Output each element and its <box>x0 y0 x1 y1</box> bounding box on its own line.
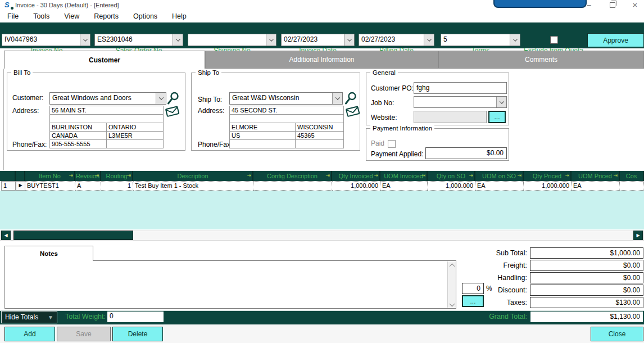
handling-field[interactable]: $0.00 <box>530 272 643 283</box>
discount-percent-field[interactable]: 0 <box>462 283 484 294</box>
chevron-down-icon[interactable] <box>173 34 183 46</box>
col-qty-priced[interactable]: Qty Priced⇥ <box>524 171 572 181</box>
minimize-icon[interactable]: – <box>583 0 595 10</box>
col-item-no[interactable]: Item No⇥ <box>25 171 75 181</box>
terms-combo[interactable]: 5 <box>441 34 520 46</box>
ship-postal-field[interactable]: 45365 <box>295 131 344 140</box>
pin-column-icon[interactable]: ⇥ <box>94 172 99 179</box>
shipping-no-combo[interactable] <box>188 34 276 46</box>
chevron-down-icon[interactable] <box>332 93 342 104</box>
cell-qty-on-so[interactable]: 1,000.000 <box>428 181 475 191</box>
invoice-date-combo[interactable]: 02/27/2023 <box>281 34 355 46</box>
total-weight-field[interactable]: 0 <box>107 312 164 322</box>
menu-help[interactable]: Help <box>165 12 194 20</box>
customer-po-field[interactable]: fghg <box>414 82 507 94</box>
pin-column-icon[interactable]: ⇥ <box>374 172 378 179</box>
add-button[interactable]: Add <box>4 327 55 341</box>
bill-address2-field[interactable] <box>49 114 164 123</box>
pin-column-icon[interactable]: ⇥ <box>469 172 473 179</box>
tab-customer[interactable]: Customer <box>4 51 205 69</box>
notes-textarea[interactable] <box>4 260 456 309</box>
freight-field[interactable]: $0.00 <box>530 260 643 271</box>
chevron-down-icon[interactable] <box>510 34 520 46</box>
close-icon[interactable]: × <box>629 0 641 10</box>
pin-column-icon[interactable]: ⇥ <box>565 172 569 179</box>
cell-description[interactable]: Test Buy Item 1 - Stock <box>133 181 253 191</box>
bill-country-field[interactable]: CANADA <box>49 131 107 140</box>
invoice-no-combo[interactable]: IV0447963 <box>2 34 90 46</box>
approve-button[interactable]: Approve <box>587 33 644 47</box>
cell-revision[interactable]: A <box>75 181 101 191</box>
chevron-down-icon[interactable] <box>496 97 506 107</box>
col-qty-on-so[interactable]: Qty on SO⇥ <box>428 171 475 181</box>
chevron-down-icon[interactable] <box>344 34 354 46</box>
tab-notes[interactable]: Notes <box>4 246 93 261</box>
ship-state-field[interactable]: WISCONSIN <box>295 123 344 132</box>
tab-comments[interactable]: Comments <box>438 51 644 69</box>
ship-address2-field[interactable] <box>229 114 344 123</box>
menu-options[interactable]: Options <box>126 12 165 20</box>
col-routing[interactable]: Routing⇥ <box>101 171 133 181</box>
ship-country-field[interactable]: US <box>229 131 296 140</box>
sales-order-no-combo[interactable]: ES2301046 <box>94 34 183 46</box>
close-button[interactable]: Close <box>591 327 643 341</box>
ship-city-field[interactable]: ELMORE <box>229 123 296 132</box>
pin-column-icon[interactable]: ⇥ <box>421 172 425 179</box>
cell-cost[interactable] <box>620 181 644 191</box>
menu-tools[interactable]: Tools <box>26 12 57 20</box>
customer-search-icon[interactable] <box>167 91 179 105</box>
bill-state-field[interactable]: ONTARIO <box>106 123 164 132</box>
customer-combo[interactable]: Great Windows and Doors <box>49 92 166 105</box>
ship-phone-field[interactable] <box>229 139 296 148</box>
cell-uom-invoiced[interactable]: EA <box>380 181 428 191</box>
hide-totals-dropdown[interactable]: Hide Totals ▼ <box>1 311 57 323</box>
col-cost[interactable]: Cos <box>620 171 644 181</box>
billing-date-combo[interactable]: 02/27/2023 <box>359 34 434 46</box>
cell-item-no[interactable]: BUYTEST1 <box>25 181 75 191</box>
bill-postal-field[interactable]: L3ME5R <box>106 131 164 140</box>
cell-config-description[interactable] <box>253 181 332 191</box>
pin-column-icon[interactable]: ⇥ <box>69 172 73 179</box>
chevron-down-icon[interactable] <box>80 34 90 46</box>
pin-column-icon[interactable]: ⇥ <box>247 172 251 179</box>
menu-view[interactable]: View <box>57 12 87 20</box>
taxes-field[interactable]: $130.00 <box>530 297 643 308</box>
col-uom-on-so[interactable]: UOM on SO⇥ <box>475 171 524 181</box>
row-number-cell[interactable]: 1 <box>1 181 16 191</box>
save-button[interactable]: Save <box>57 327 111 341</box>
cell-routing[interactable]: 1 <box>101 181 133 191</box>
scroll-right-icon[interactable]: ▶ <box>633 231 643 240</box>
menu-reports[interactable]: Reports <box>87 12 126 20</box>
col-qty-invoiced[interactable]: Qty Invoiced⇥ <box>332 171 380 181</box>
chevron-down-icon[interactable] <box>266 34 276 46</box>
scroll-left-icon[interactable]: ◀ <box>1 231 11 240</box>
sub-total-field[interactable]: $1,000.00 <box>530 247 643 259</box>
cell-qty-priced[interactable]: 1,000.000 <box>524 181 572 191</box>
restore-icon[interactable] <box>607 0 618 10</box>
cell-uom-priced[interactable]: EA <box>572 181 620 191</box>
pin-column-icon[interactable]: ⇥ <box>325 172 330 179</box>
tab-additional-information[interactable]: Additional Information <box>205 51 438 69</box>
ship-to-search-icon[interactable] <box>344 91 357 105</box>
table-row[interactable]: 1 ▶ BUYTEST1 A 1 Test Buy Item 1 - Stock… <box>0 181 644 191</box>
chevron-down-icon[interactable] <box>156 93 166 104</box>
ship-fax-field[interactable] <box>295 139 344 148</box>
col-revision[interactable]: Revision⇥ <box>75 171 101 181</box>
cell-uom-on-so[interactable]: EA <box>475 181 524 191</box>
website-browse-button[interactable]: ... <box>488 111 506 123</box>
cell-qty-invoiced[interactable]: 1,000.000 <box>332 181 380 191</box>
bill-phone-field[interactable]: 905-555-5555 <box>49 139 107 148</box>
chevron-down-icon[interactable] <box>424 34 434 46</box>
h-scrollbar-thumb[interactable] <box>13 231 133 240</box>
pin-column-icon[interactable]: ⇥ <box>517 172 521 179</box>
pin-column-icon[interactable]: ⇥ <box>126 172 131 179</box>
col-description[interactable]: Description⇥ <box>133 171 253 181</box>
ship-to-combo[interactable]: Great W&D Wisconsin <box>229 92 343 105</box>
discount-field[interactable]: $0.00 <box>530 285 643 296</box>
col-uom-priced[interactable]: UOM Priced⇥ <box>572 171 620 181</box>
col-config-description[interactable]: Config Description⇥ <box>253 171 332 181</box>
pin-column-icon[interactable]: ⇥ <box>613 172 618 179</box>
delete-button[interactable]: Delete <box>112 327 163 341</box>
job-no-combo[interactable] <box>414 96 507 108</box>
bill-address1-field[interactable]: 56 MAIN ST. <box>49 106 164 115</box>
